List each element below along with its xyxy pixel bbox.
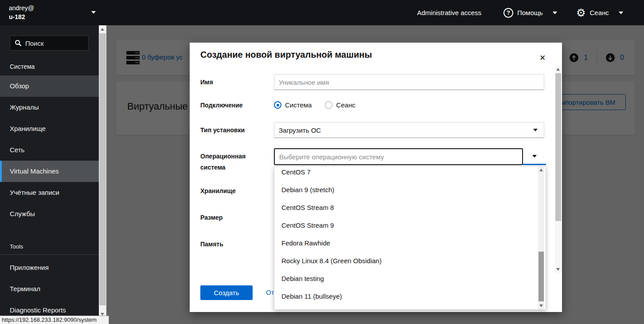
memory-label: Память [200, 241, 223, 248]
os-label-line2: система [200, 164, 226, 171]
sidebar-section-system: Система [10, 63, 35, 70]
sidebar-item-terminal[interactable]: Терминал [0, 278, 99, 300]
create-button[interactable]: Создать [200, 285, 253, 300]
radio-session-label[interactable]: Сеанс [336, 101, 355, 109]
name-label: Имя [200, 79, 213, 86]
sidebar-item-storage[interactable]: Хранилище [0, 118, 99, 139]
help-caret-icon [553, 12, 557, 14]
help-label: Помощь [517, 9, 543, 16]
sidebar-item-virtual-machines[interactable]: Virtual Machines [0, 161, 99, 182]
os-dropdown-scrollbar[interactable] [538, 166, 544, 309]
os-combobox-toggle[interactable] [523, 148, 546, 165]
sidebar-item-services[interactable]: Службы [0, 203, 99, 225]
user-menu-caret-icon[interactable] [91, 11, 96, 14]
sidebar-section-tools: Tools [10, 243, 23, 250]
scroll-down-icon[interactable] [539, 304, 543, 307]
sidebar-item-overview[interactable]: Обзор [0, 75, 99, 97]
status-bar-url: https://192.168.233.182:9090/system [0, 316, 109, 324]
dialog-title: Создание новой виртуальной машины [200, 50, 372, 60]
session-menu[interactable]: ⚙ Сеанс [576, 0, 623, 25]
sidebar-item-network[interactable]: Сеть [0, 139, 99, 161]
chevron-down-icon [532, 155, 537, 158]
install-type-value: Загрузить ОС [279, 126, 321, 134]
search-input[interactable] [25, 40, 83, 47]
host-name: u-182 [9, 12, 34, 21]
os-option[interactable]: Debian testing [274, 270, 546, 288]
radio-system[interactable] [274, 101, 281, 109]
os-dropdown-menu: CentOS 7 Debian 9 (stretch) CentOS Strea… [274, 166, 546, 310]
connection-radio-group: Система Сеанс [274, 101, 355, 109]
scroll-up-icon[interactable] [101, 28, 104, 31]
session-label: Сеанс [590, 9, 609, 16]
chevron-down-icon [533, 129, 538, 131]
os-option[interactable]: Debian 9 (stretch) [274, 181, 546, 199]
help-icon: ? [503, 8, 513, 18]
sidebar-item-logs[interactable]: Журналы [0, 97, 99, 118]
os-option[interactable]: CentOS Stream 8 [274, 199, 546, 217]
storage-label: Хранилище [200, 187, 236, 194]
os-typeahead-input[interactable] [274, 148, 523, 165]
vm-name-input[interactable] [274, 74, 544, 90]
close-icon[interactable]: ✕ [539, 54, 546, 62]
os-option[interactable]: Fedora Rawhide [274, 234, 546, 252]
scroll-up-icon[interactable] [556, 68, 560, 71]
os-combobox [274, 148, 546, 165]
scroll-down-icon[interactable] [556, 268, 560, 271]
sidebar-divider [0, 254, 99, 255]
gear-icon: ⚙ [576, 8, 586, 18]
administrative-access-label[interactable]: Administrative access [417, 9, 481, 16]
scroll-up-icon[interactable] [539, 169, 543, 171]
sidebar-item-accounts[interactable]: Учётные записи [0, 182, 99, 203]
scrollbar-thumb[interactable] [99, 33, 106, 305]
radio-session[interactable] [325, 101, 332, 109]
sidebar-search[interactable] [10, 36, 89, 51]
help-menu[interactable]: ? Помощь [503, 0, 557, 25]
sidebar: Система Обзор Журналы Хранилище Сеть Vir… [0, 25, 99, 324]
sidebar-scrollbar[interactable] [99, 25, 106, 324]
session-caret-icon [619, 12, 623, 14]
scrollbar-thumb[interactable] [539, 252, 544, 301]
install-type-label: Тип установки [200, 126, 245, 134]
os-option[interactable]: Rocky Linux 8.4 (Green Obsidian) [274, 252, 546, 270]
os-option[interactable]: CentOS 7 [274, 166, 546, 181]
sidebar-item-applications[interactable]: Приложения [0, 257, 99, 278]
size-label: Размер [200, 214, 222, 221]
os-option[interactable]: CentOS Stream 9 [274, 217, 546, 234]
masthead: andrey@ u-182 Administrative access ? По… [0, 0, 644, 25]
install-type-select[interactable]: Загрузить ОС [274, 122, 544, 138]
os-option-list: CentOS 7 Debian 9 (stretch) CentOS Strea… [274, 166, 546, 305]
modal-scrollbar[interactable] [555, 66, 562, 273]
os-label-line1: Операционная [200, 153, 246, 160]
user-menu[interactable]: andrey@ u-182 [9, 4, 34, 21]
scrollbar-thumb[interactable] [555, 73, 561, 221]
connection-label: Подключение [200, 102, 243, 109]
os-option[interactable]: Debian 11 (bullseye) [274, 288, 546, 305]
radio-system-label[interactable]: Система [285, 101, 312, 109]
search-icon [15, 40, 22, 47]
user-name: andrey@ [9, 4, 34, 12]
